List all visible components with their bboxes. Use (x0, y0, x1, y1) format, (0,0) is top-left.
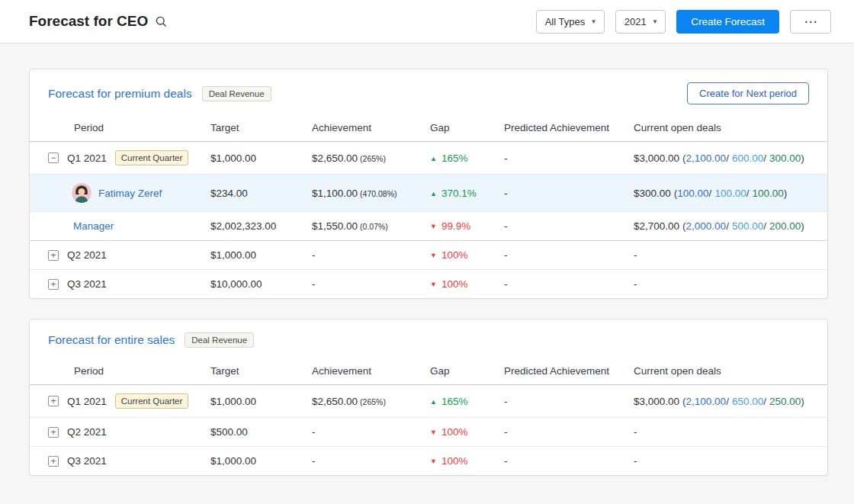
arrow-up-icon: ▲ (430, 155, 437, 162)
open-deals-value: - (634, 270, 827, 299)
card-title: Forecast for premium deals (48, 87, 192, 101)
period-label: Q2 2021 (67, 249, 107, 261)
gap-cell: ▼100% (430, 241, 504, 270)
current-quarter-badge: Current Quarter (115, 393, 189, 409)
expand-row-toggle[interactable]: + (48, 427, 59, 438)
chevron-down-icon: ▾ (653, 18, 657, 25)
expand-row-toggle[interactable]: + (48, 279, 59, 290)
gap-value: ▲165% (430, 152, 467, 164)
open-deals-part-1: 2,000.00 (686, 220, 727, 232)
card-header: Forecast for entire sales Deal Revenue (30, 319, 827, 358)
create-forecast-button[interactable]: Create Forecast (676, 10, 779, 34)
target-value: $10,000.00 (210, 270, 312, 299)
avatar (72, 183, 92, 203)
card-title: Forecast for entire sales (48, 333, 175, 347)
achievement-value: - (312, 447, 430, 476)
arrow-up-icon: ▲ (430, 190, 437, 197)
gap-cell: ▲370.1% (430, 175, 504, 212)
collapse-row-toggle[interactable]: − (48, 152, 59, 163)
gap-cell: ▼99.9% (430, 212, 504, 241)
gap-value: ▼100% (430, 455, 467, 467)
more-options-button[interactable]: ⋯ (790, 10, 831, 34)
target-value: $1,000.00 (210, 241, 312, 270)
column-header-open-deals: Current open deals (634, 358, 827, 385)
table-row-user: Fatimay Zeref $234.00 $1,100.00(470.08%)… (30, 175, 827, 212)
achievement-value: $2,650.00 (312, 152, 358, 164)
achievement-value: $1,550.00 (312, 220, 358, 232)
column-header-predicted: Predicted Achievement (504, 358, 634, 385)
arrow-down-icon: ▼ (430, 281, 437, 288)
gap-value: ▼100% (430, 249, 467, 261)
expand-row-toggle[interactable]: + (48, 456, 59, 467)
achievement-percent: (265%) (360, 397, 386, 406)
chevron-down-icon: ▾ (592, 18, 596, 25)
user-link[interactable]: Manager (73, 220, 114, 232)
open-deals-total: $2,700.00 (634, 220, 679, 232)
table-header-row: Period Target Achievement Gap Predicted … (30, 114, 827, 142)
open-deals-part-3: 300.00 (769, 152, 801, 164)
user-link[interactable]: Fatimay Zeref (98, 188, 162, 199)
search-icon[interactable] (155, 15, 168, 28)
gap-value: ▲370.1% (430, 188, 477, 199)
expand-row-toggle[interactable]: + (48, 396, 59, 406)
forecast-table: Period Target Achievement Gap Predicted … (30, 114, 827, 298)
arrow-down-icon: ▼ (430, 252, 437, 259)
column-header-target: Target (210, 358, 312, 385)
type-filter-label: All Types (545, 16, 586, 27)
target-value: $1,000.00 (210, 385, 312, 418)
column-header-gap: Gap (430, 114, 504, 142)
open-deals-part-3: 200.00 (769, 220, 801, 232)
type-filter-dropdown[interactable]: All Types ▾ (536, 10, 605, 34)
arrow-down-icon: ▼ (430, 457, 437, 465)
gap-cell: ▼100% (430, 447, 504, 476)
target-value: $1,000.00 (210, 142, 312, 175)
open-deals-part-3: 250.00 (769, 396, 801, 407)
target-value: $2,002,323.00 (210, 212, 312, 241)
gap-cell: ▼100% (430, 418, 504, 447)
table-header-row: Period Target Achievement Gap Predicted … (30, 358, 827, 385)
open-deals-part-1: 2,100.00 (686, 152, 727, 164)
table-row: + Q3 2021 $10,000.00 - ▼100% - - (30, 270, 827, 299)
open-deals-part-1: 2,100.00 (686, 396, 727, 407)
achievement-cell: $1,550.00(0.07%) (312, 212, 430, 241)
column-header-achievement: Achievement (312, 114, 430, 142)
predicted-achievement-value: - (504, 418, 634, 447)
arrow-down-icon: ▼ (430, 429, 437, 436)
main-content: Forecast for premium deals Deal Revenue … (0, 43, 854, 476)
forecast-card-entire-sales: Forecast for entire sales Deal Revenue P… (29, 319, 828, 476)
target-value: $500.00 (210, 418, 312, 447)
column-header-achievement: Achievement (312, 358, 430, 385)
achievement-cell: $2,650.00(265%) (312, 142, 430, 175)
create-next-period-button[interactable]: Create for Next period (687, 82, 809, 104)
predicted-achievement-value: - (504, 175, 634, 212)
year-filter-dropdown[interactable]: 2021 ▾ (615, 10, 666, 34)
open-deals-cell: $3,000.00(2,100.00/650.00/250.00) (634, 385, 827, 418)
open-deals-part-2: 600.00 (732, 152, 763, 164)
gap-value: ▼100% (430, 278, 467, 290)
forecast-table: Period Target Achievement Gap Predicted … (30, 358, 827, 475)
forecast-card-premium-deals: Forecast for premium deals Deal Revenue … (29, 69, 828, 299)
arrow-up-icon: ▲ (430, 398, 437, 406)
open-deals-value: - (634, 418, 827, 447)
deal-revenue-badge: Deal Revenue (202, 86, 271, 101)
table-row: + Q3 2021 $1,000.00 - ▼100% - - (30, 447, 827, 476)
period-label: Q3 2021 (67, 278, 107, 290)
topbar-controls: All Types ▾ 2021 ▾ Create Forecast ⋯ (536, 10, 831, 34)
open-deals-total: $300.00 (634, 188, 671, 199)
achievement-value: $1,100.00 (312, 188, 358, 199)
current-quarter-badge: Current Quarter (115, 150, 189, 165)
achievement-percent: (0.07%) (360, 222, 388, 231)
table-row: + Q2 2021 $1,000.00 - ▼100% - - (30, 241, 827, 270)
open-deals-part-2: 500.00 (732, 220, 763, 232)
predicted-achievement-value: - (504, 270, 634, 299)
column-header-predicted: Predicted Achievement (504, 114, 634, 142)
column-header-period: Period (30, 114, 210, 142)
open-deals-value: - (634, 241, 827, 270)
column-header-open-deals: Current open deals (634, 114, 827, 142)
table-row-user: Manager $2,002,323.00 $1,550.00(0.07%) ▼… (30, 212, 827, 241)
predicted-achievement-value: - (504, 241, 634, 270)
table-row: + Q1 2021 Current Quarter $1,000.00 $2,6… (30, 385, 827, 418)
period-label: Q2 2021 (67, 426, 107, 438)
predicted-achievement-value: - (504, 385, 634, 418)
expand-row-toggle[interactable]: + (48, 250, 59, 261)
